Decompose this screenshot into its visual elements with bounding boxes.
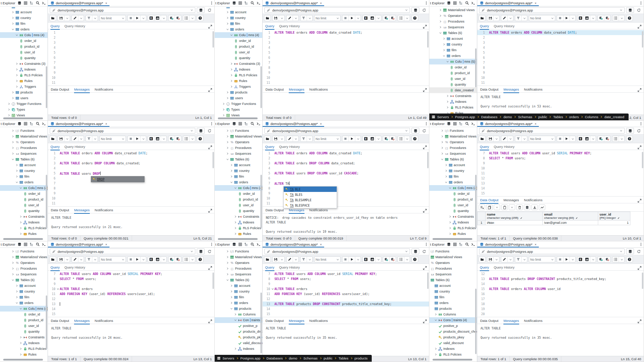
tree-item-procedures[interactable]: { }Procedures	[215, 266, 262, 271]
tree-item-orders[interactable]: orders	[429, 53, 477, 59]
terminal-button[interactable]	[470, 121, 476, 126]
tree-item-constraints-3[interactable]: Constraints (3)	[0, 61, 48, 67]
search-button[interactable]	[464, 121, 470, 126]
explain-analyze-button[interactable]	[369, 15, 375, 21]
new-connection-button[interactable]	[626, 128, 634, 134]
tree-item-sequences[interactable]: 1.3Sequences	[429, 271, 477, 277]
explain-analyze-button[interactable]	[154, 257, 161, 262]
new-connection-button[interactable]	[197, 128, 205, 134]
stop-button[interactable]	[128, 15, 134, 21]
tree-item-indexes[interactable]: Indexes	[215, 67, 262, 72]
explain-analyze-button[interactable]	[584, 136, 590, 141]
table-grid-button[interactable]	[23, 0, 29, 6]
commit-button[interactable]	[383, 15, 389, 21]
tree-item-types[interactable]: Types	[215, 107, 262, 112]
explorer-hscrollbar[interactable]	[433, 359, 472, 361]
tab-query-editor[interactable]: demo/postgres@Postgres.app*×	[477, 241, 539, 247]
tree-item-procedures[interactable]: { }Procedures	[215, 145, 262, 151]
tree-item-user-id[interactable]: user_id	[0, 323, 48, 329]
tree-item-user-id[interactable]: user_id	[0, 49, 48, 55]
refresh-button[interactable]	[635, 250, 642, 254]
tree-item-rules[interactable]: Rules	[215, 78, 262, 84]
add-row-button[interactable]	[479, 204, 485, 210]
tree-item-columns-4[interactable]: Columns (4)	[0, 185, 48, 191]
limit-select[interactable]: No limit	[314, 257, 340, 262]
chevron-down-button[interactable]	[189, 136, 195, 141]
tree-item-quantity[interactable]: quantity	[429, 208, 477, 214]
refresh-button[interactable]	[206, 250, 213, 254]
save-button[interactable]	[58, 257, 64, 262]
filter-button[interactable]	[86, 136, 92, 141]
tree-item-triggers[interactable]: Triggers	[0, 84, 48, 90]
chevron-down-button[interactable]	[375, 15, 381, 21]
tree-item-rls-policies[interactable]: RLS Policies	[215, 225, 262, 231]
tab-data-output[interactable]: Data Output	[480, 87, 498, 92]
tree-item-operators[interactable]: %Operators	[215, 139, 262, 145]
tree-item-operators[interactable]: %Operators	[0, 139, 48, 145]
edit-button[interactable]	[72, 136, 78, 141]
tree-item-rules[interactable]: Rules	[429, 231, 477, 237]
chevron-down-button[interactable]	[307, 15, 312, 21]
column-header-user-id[interactable]: user_id[PK] integer	[598, 212, 630, 221]
connection-select[interactable]: demo/postgres@Postgres.app	[264, 128, 410, 134]
tree-item-account[interactable]: account	[215, 9, 262, 15]
tree-item-trigger-functions[interactable]: fTrigger Functions	[215, 101, 262, 107]
filter-button[interactable]	[515, 257, 521, 262]
tree-item-indexes[interactable]: Indexes	[0, 219, 48, 225]
row-number[interactable]: 1	[478, 221, 486, 225]
tree-item-product-id[interactable]: product_id	[215, 44, 262, 49]
database-stack-button[interactable]	[231, 0, 237, 6]
filter-button[interactable]	[515, 15, 521, 21]
edit-button[interactable]	[501, 136, 507, 141]
tree-item-valid-discount[interactable]: valid_discount	[215, 340, 262, 346]
tab-query[interactable]: Query	[50, 24, 60, 29]
tree-item-rules[interactable]: Rules	[0, 352, 48, 357]
chevron-down-button[interactable]	[92, 15, 98, 21]
connection-select[interactable]: demo/postgres@Postgres.app	[50, 248, 195, 254]
chevron-down-button[interactable]	[307, 257, 312, 262]
tree-view-button[interactable]	[244, 0, 249, 6]
terminal-button[interactable]	[41, 0, 47, 6]
terminal-button[interactable]	[470, 0, 476, 6]
search-button[interactable]	[464, 242, 470, 247]
chevron-down-button[interactable]	[140, 136, 146, 141]
tree-item-account[interactable]: account	[215, 283, 262, 289]
tree-item-constraints[interactable]: Constraints	[0, 334, 48, 340]
tree-item-columns-4[interactable]: Columns (4)	[0, 32, 48, 38]
chevron-down-button[interactable]	[509, 204, 515, 210]
help-button[interactable]: ?	[626, 15, 633, 21]
tree-item-trigger-functions[interactable]: fTrigger Functions	[0, 101, 48, 107]
delete-row-button[interactable]	[516, 204, 523, 210]
tree-item-order-id[interactable]: order_id	[429, 191, 477, 197]
tree-item-country[interactable]: country	[429, 289, 477, 294]
tree-item-tables-6[interactable]: Tables (6)	[0, 156, 48, 162]
chevron-down-button[interactable]	[161, 15, 166, 21]
explorer-hscrollbar[interactable]	[218, 238, 258, 240]
tree-item-product-id[interactable]: product_id	[429, 70, 477, 76]
tab-menu-button[interactable]	[209, 241, 214, 247]
chevron-down-button[interactable]	[293, 15, 298, 21]
tree-item-functions[interactable]: fFunctions	[215, 248, 262, 254]
tree-item-columns-4[interactable]: Columns (4)	[429, 185, 477, 191]
open-file-button[interactable]	[479, 257, 485, 262]
column-header-name[interactable]: namecharacter varying (255)	[486, 212, 543, 221]
chevron-down-button[interactable]	[375, 257, 381, 262]
explorer-scrollbar[interactable]	[475, 175, 477, 228]
chevron-down-button[interactable]	[404, 15, 410, 21]
tree-item-rls-policies[interactable]: RLS Policies	[429, 105, 477, 110]
tree-view-button[interactable]	[458, 121, 464, 126]
tab-query-editor[interactable]: demo/postgres@Postgres.app*×	[263, 241, 324, 247]
tree-item-country[interactable]: country	[215, 168, 262, 174]
limit-select[interactable]: No limit	[529, 15, 555, 21]
database-stack-button[interactable]	[17, 0, 23, 6]
tree-view-button[interactable]	[458, 0, 464, 6]
tree-item-order-id[interactable]: order_id	[215, 191, 262, 197]
tab-query-editor[interactable]: demo/postgres@Postgres.app*×	[48, 0, 109, 6]
explorer-hscrollbar[interactable]	[3, 238, 43, 240]
help-button[interactable]: ?	[412, 15, 418, 21]
refresh-button[interactable]	[206, 129, 213, 133]
database-stack-button[interactable]	[446, 242, 452, 247]
explain-button[interactable]: E	[363, 136, 369, 141]
tree-item-constraints[interactable]: Constraints	[215, 214, 262, 219]
save-button[interactable]	[273, 15, 279, 21]
